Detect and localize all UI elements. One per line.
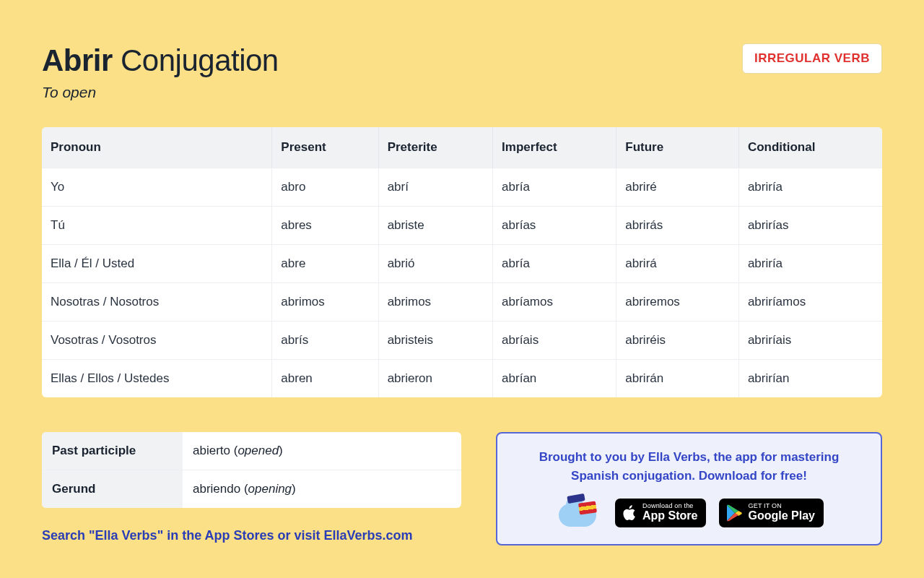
cell-imperfect: abríais xyxy=(493,321,616,359)
gerund-label: Gerund xyxy=(42,470,183,508)
table-row: Yoabroabríabríaabriréabriría xyxy=(42,168,882,206)
cell-present: abren xyxy=(272,359,378,397)
cell-conditional: abriríamos xyxy=(739,282,882,321)
verb-name: Abrir xyxy=(42,43,113,77)
cell-imperfect: abría xyxy=(493,168,616,206)
conjugation-table: Pronoun Present Preterite Imperfect Futu… xyxy=(42,127,882,397)
col-conditional: Conditional xyxy=(739,127,882,168)
appstore-badge[interactable]: Download on the App Store xyxy=(615,499,706,527)
cell-imperfect: abríamos xyxy=(493,282,616,321)
cell-future: abriremos xyxy=(616,282,739,321)
cell-preterite: abrieron xyxy=(379,359,493,397)
apple-icon xyxy=(622,504,637,522)
cell-future: abriréis xyxy=(616,321,739,359)
cell-present: abres xyxy=(272,206,378,244)
cell-pronoun: Vosotras / Vosotros xyxy=(42,321,272,359)
cell-preterite: abrimos xyxy=(379,282,493,321)
cell-conditional: abriría xyxy=(739,168,882,206)
forms-table: Past participle abierto (opened) Gerund … xyxy=(42,432,461,508)
cell-future: abrirán xyxy=(616,359,739,397)
googleplay-icon xyxy=(726,504,742,522)
table-row: Nosotras / Nosotrosabrimosabrimosabríamo… xyxy=(42,282,882,321)
col-imperfect: Imperfect xyxy=(493,127,616,168)
cell-present: abre xyxy=(272,244,378,282)
cell-pronoun: Nosotras / Nosotros xyxy=(42,282,272,321)
promo-box: Brought to you by Ella Verbs, the app fo… xyxy=(496,432,882,545)
promo-text: Brought to you by Ella Verbs, the app fo… xyxy=(518,448,860,486)
cell-preterite: abrí xyxy=(379,168,493,206)
table-row: Túabresabristeabríasabrirásabrirías xyxy=(42,206,882,244)
cell-pronoun: Ellas / Ellos / Ustedes xyxy=(42,359,272,397)
googleplay-badge[interactable]: GET IT ON Google Play xyxy=(719,499,823,527)
cell-present: abro xyxy=(272,168,378,206)
ellaverbs-icon xyxy=(554,496,602,530)
table-row: Ella / Él / Ustedabreabrióabríaabriráabr… xyxy=(42,244,882,282)
past-participle-label: Past participle xyxy=(42,432,183,470)
cell-preterite: abristeis xyxy=(379,321,493,359)
cell-conditional: abriríais xyxy=(739,321,882,359)
table-row: Ellas / Ellos / Ustedesabrenabrieronabrí… xyxy=(42,359,882,397)
cell-conditional: abriría xyxy=(739,244,882,282)
cell-preterite: abriste xyxy=(379,206,493,244)
cell-future: abrirá xyxy=(616,244,739,282)
past-participle-value: abierto (opened) xyxy=(183,432,461,470)
cell-imperfect: abrías xyxy=(493,206,616,244)
visit-link[interactable]: visit EllaVerbs.com xyxy=(295,528,413,543)
col-pronoun: Pronoun xyxy=(42,127,272,168)
cell-conditional: abrirían xyxy=(739,359,882,397)
cell-imperfect: abría xyxy=(493,244,616,282)
irregular-badge: IRREGULAR VERB xyxy=(742,43,882,74)
cell-pronoun: Yo xyxy=(42,168,272,206)
cell-imperfect: abrían xyxy=(493,359,616,397)
gerund-value: abriendo (opening) xyxy=(183,470,461,508)
cell-future: abrirás xyxy=(616,206,739,244)
col-preterite: Preterite xyxy=(379,127,493,168)
title-suffix: Conjugation xyxy=(121,43,279,77)
cell-preterite: abrió xyxy=(379,244,493,282)
table-row: Vosotras / Vosotrosabrísabristeisabríais… xyxy=(42,321,882,359)
col-future: Future xyxy=(616,127,739,168)
cell-present: abrimos xyxy=(272,282,378,321)
page-title: Abrir Conjugation xyxy=(42,43,279,78)
cell-conditional: abrirías xyxy=(739,206,882,244)
col-present: Present xyxy=(272,127,378,168)
cell-future: abriré xyxy=(616,168,739,206)
verb-translation: To open xyxy=(42,84,279,101)
search-hint: Search "Ella Verbs" in the App Stores or… xyxy=(42,528,461,543)
cell-present: abrís xyxy=(272,321,378,359)
cell-pronoun: Ella / Él / Usted xyxy=(42,244,272,282)
cell-pronoun: Tú xyxy=(42,206,272,244)
